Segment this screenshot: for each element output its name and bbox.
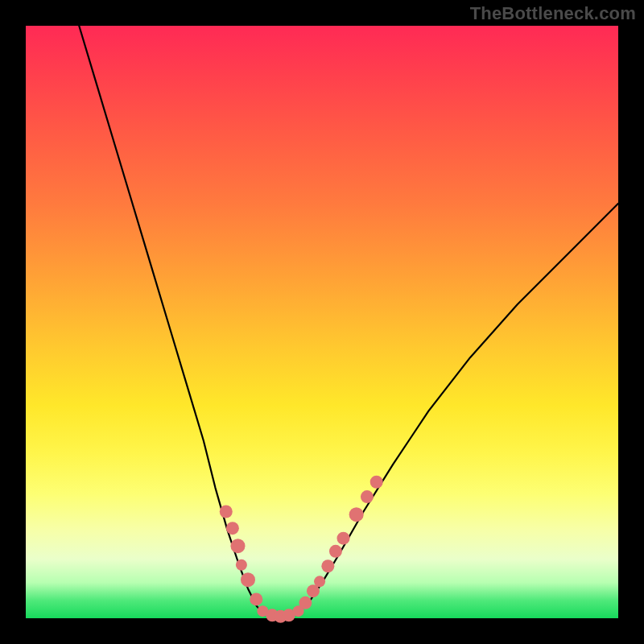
watermark-text: TheBottleneck.com	[470, 3, 636, 24]
data-marker	[220, 506, 233, 518]
data-marker	[230, 539, 245, 553]
data-marker	[299, 597, 312, 609]
data-marker	[329, 545, 342, 558]
data-marker	[349, 507, 364, 522]
data-marker	[236, 559, 247, 571]
data-marker	[250, 592, 262, 605]
chart-overlay	[26, 26, 618, 618]
data-marker	[370, 476, 383, 489]
data-marker	[321, 559, 334, 572]
marker-group	[220, 476, 383, 623]
data-marker	[314, 576, 325, 587]
bottleneck-curve	[79, 26, 618, 617]
data-marker	[337, 532, 350, 545]
data-marker	[241, 572, 255, 587]
data-marker	[226, 522, 239, 535]
data-marker	[361, 490, 374, 503]
